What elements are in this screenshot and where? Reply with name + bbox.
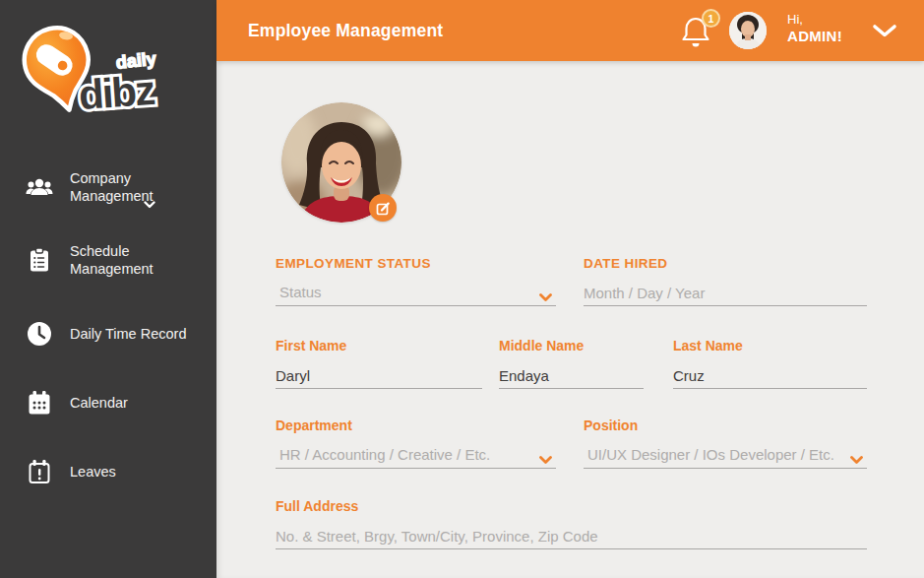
greeting-line1: Hi,: [787, 12, 842, 28]
sidebar: dibz daily Company Management: [0, 0, 216, 578]
logo-daily-text: daily: [115, 48, 157, 72]
edit-photo-button[interactable]: [369, 194, 397, 222]
position-select[interactable]: UI/UX Designer / IOs Developer / Etc.: [584, 443, 867, 469]
last-name-field: Last Name: [673, 338, 867, 389]
chevron-down-icon: [872, 24, 897, 38]
full-address-label: Full Address: [276, 498, 867, 514]
department-select[interactable]: HR / Accounting / Creative / Etc.: [276, 443, 556, 469]
calendar-icon: [26, 390, 53, 416]
sidebar-item-calendar[interactable]: Calendar: [0, 384, 216, 421]
sidebar-item-schedule-management[interactable]: Schedule Management: [0, 234, 216, 286]
notification-badge: 1: [702, 9, 720, 28]
last-name-label: Last Name: [673, 338, 867, 353]
sidebar-item-leaves[interactable]: Leaves: [0, 453, 216, 490]
sidebar-item-label: Company Management: [70, 169, 188, 205]
greeting-line2: ADMIN!: [787, 28, 842, 46]
position-field: Position UI/UX Designer / IOs Developer …: [584, 417, 867, 469]
date-hired-label: DATE HIRED: [584, 256, 867, 271]
first-name-label: First Name: [276, 338, 482, 353]
first-name-field: First Name: [276, 338, 482, 389]
full-address-field: Full Address: [276, 498, 867, 549]
department-placeholder: HR / Accounting / Creative / Etc.: [276, 443, 556, 467]
department-field: Department HR / Accounting / Creative / …: [276, 417, 556, 469]
sidebar-item-label: Daily Time Record: [70, 325, 186, 343]
app-window: dibz daily Company Management: [0, 0, 924, 578]
dailydibz-logo-icon: dibz daily: [14, 24, 191, 118]
position-placeholder: UI/UX Designer / IOs Developer / Etc.: [584, 443, 867, 467]
calendar-alert-icon: [26, 459, 53, 484]
chevron-down-icon: [144, 195, 155, 213]
middle-name-field: Middle Name: [499, 338, 644, 389]
edit-icon: [376, 201, 391, 216]
page-title: Employee Management: [248, 0, 443, 61]
users-icon: [26, 174, 53, 200]
chevron-down-icon: [539, 289, 552, 306]
admin-avatar[interactable]: [729, 12, 767, 49]
notifications-button[interactable]: 1: [681, 14, 716, 51]
sidebar-item-company-management[interactable]: Company Management: [0, 160, 216, 215]
sidebar-item-label: Leaves: [70, 463, 116, 481]
logo-brand-text: dibz: [77, 67, 155, 118]
top-header: Employee Management 1 Hi, ADMIN!: [216, 0, 924, 61]
sidebar-item-label: Calendar: [70, 394, 128, 412]
employee-form-panel: EMPLOYMENT STATUS Status DATE HIRED Firs…: [216, 61, 924, 578]
account-menu-chevron[interactable]: [872, 24, 899, 39]
middle-name-input[interactable]: [499, 363, 644, 387]
chevron-down-icon: [850, 451, 863, 469]
sidebar-item-label: Schedule Management: [70, 242, 188, 278]
sidebar-item-daily-time-record[interactable]: Daily Time Record: [0, 315, 216, 353]
employment-status-label: EMPLOYMENT STATUS: [276, 256, 556, 271]
clipboard-icon: [26, 247, 53, 273]
date-hired-input[interactable]: [584, 281, 867, 304]
last-name-input[interactable]: [673, 363, 867, 387]
employment-status-field: EMPLOYMENT STATUS Status: [276, 256, 556, 306]
first-name-input[interactable]: [276, 363, 482, 387]
position-label: Position: [584, 417, 867, 433]
middle-name-label: Middle Name: [499, 338, 644, 353]
full-address-input[interactable]: [276, 524, 867, 547]
clock-icon: [26, 321, 53, 347]
department-label: Department: [276, 417, 556, 433]
greeting: Hi, ADMIN!: [787, 12, 842, 46]
employment-status-select[interactable]: Status: [276, 281, 556, 306]
employment-status-placeholder: Status: [276, 281, 556, 304]
chevron-down-icon: [539, 451, 552, 469]
date-hired-field: DATE HIRED: [584, 256, 867, 306]
dailydibz-logo: dibz daily: [14, 24, 191, 118]
